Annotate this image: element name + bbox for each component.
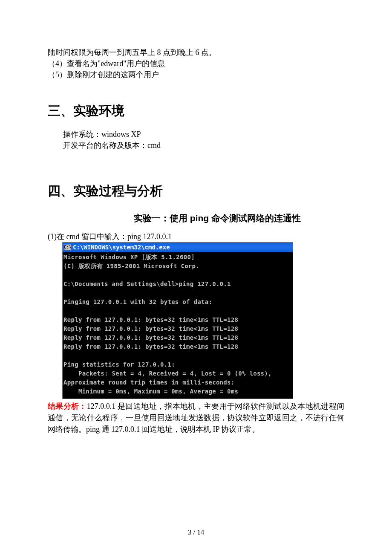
section-3-heading: 三、实验环境 [48, 101, 344, 120]
cmd-window: C:\ C:\WINDOWS\system32\cmd.exe Microsof… [62, 242, 293, 399]
result-analysis: 结果分析：127.0.0.1 是回送地址，指本地机，主要用于网络软件测试以及本地… [48, 401, 344, 435]
cmd-line: C:\Documents and Settings\dell>ping 127.… [63, 280, 231, 287]
platform-line: 开发平台的名称及版本：cmd [48, 140, 344, 151]
analysis-text: 127.0.0.1 是回送地址，指本地机，主要用于网络软件测试以及本地机进程间通… [48, 402, 344, 434]
page-number: 3 / 14 [0, 527, 392, 538]
cmd-line: Reply from 127.0.0.1: bytes=32 time<1ms … [63, 334, 238, 341]
cmd-output: Microsoft Windows XP [版本 5.1.2600] (C) 版… [63, 252, 293, 399]
top-paragraph-line1: 陆时间权限为每周一到周五早上 8 点到晚上 6 点。 [48, 47, 344, 58]
cmd-line: Packets: Sent = 4, Received = 4, Lost = … [63, 370, 272, 377]
cmd-line: (C) 版权所有 1985-2001 Microsoft Corp. [63, 263, 199, 269]
section-4-heading: 四、实验过程与分析 [48, 182, 344, 200]
cmd-line: Approximate round trip times in milli-se… [63, 379, 235, 386]
cmd-line: Reply from 127.0.0.1: bytes=32 time<1ms … [63, 343, 238, 350]
os-line: 操作系统：windows XP [48, 129, 344, 140]
cmd-line: Reply from 127.0.0.1: bytes=32 time<1ms … [63, 325, 238, 332]
cmd-title-text: C:\WINDOWS\system32\cmd.exe [73, 243, 170, 251]
cmd-titlebar: C:\ C:\WINDOWS\system32\cmd.exe [63, 243, 293, 252]
cmd-line: Ping statistics for 127.0.0.1: [63, 361, 175, 368]
cmd-line: Pinging 127.0.0.1 with 32 bytes of data: [63, 298, 212, 305]
cmd-icon: C:\ [64, 244, 71, 250]
step-1-text: (1)在 cmd 窗口中输入：ping 127.0.0.1 [48, 231, 344, 242]
top-paragraph-line2: （4）查看名为"edward"用户的信息 [48, 58, 344, 69]
cmd-line: Minimum = 0ms, Maximum = 0ms, Average = … [63, 388, 238, 395]
top-paragraph-line3: （5）删除刚才创建的这两个用户 [48, 69, 344, 80]
experiment-1-title: 实验一：使用 ping 命令测试网络的连通性 [48, 212, 344, 225]
analysis-label: 结果分析： [48, 402, 87, 410]
cmd-line: Reply from 127.0.0.1: bytes=32 time<1ms … [63, 316, 238, 323]
cmd-line: Microsoft Windows XP [版本 5.1.2600] [63, 254, 195, 260]
